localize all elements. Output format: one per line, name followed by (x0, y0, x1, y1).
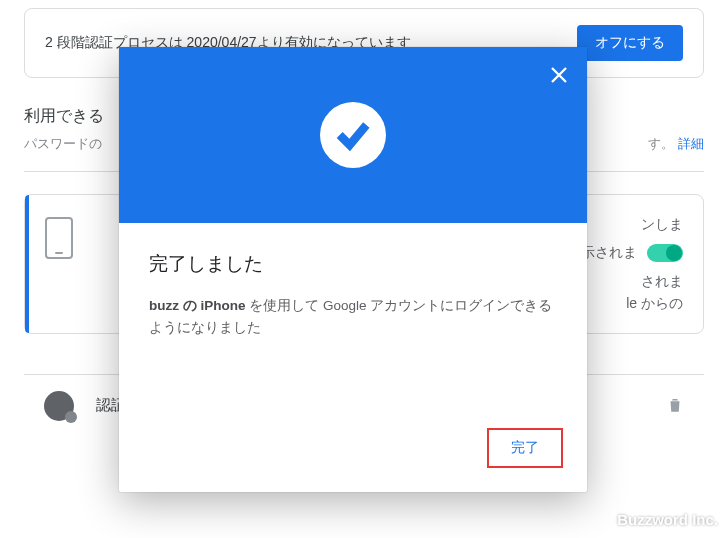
section-desc-suffix: す。 (648, 136, 674, 151)
modal-footer: 完了 (119, 428, 587, 492)
modal-body: 完了しました buzz の iPhone を使用して Google アカウントに… (119, 223, 587, 358)
done-button[interactable]: 完了 (487, 428, 563, 468)
phone-icon (45, 217, 73, 259)
checkmark-icon (320, 102, 386, 168)
details-link[interactable]: 詳細 (678, 136, 704, 151)
phone-prompt-toggle[interactable] (647, 244, 683, 262)
method-text-line2: 示されま (581, 241, 637, 263)
modal-description: buzz の iPhone を使用して Google アカウントにログインできる… (149, 295, 557, 338)
turn-off-button[interactable]: オフにする (577, 25, 683, 61)
modal-header (119, 47, 587, 223)
modal-device-name: buzz の iPhone (149, 298, 246, 313)
watermark: Buzzword Inc. (617, 511, 718, 528)
trash-icon[interactable] (666, 396, 684, 416)
completion-modal: 完了しました buzz の iPhone を使用して Google アカウントに… (119, 47, 587, 492)
authenticator-icon (44, 391, 74, 421)
close-icon[interactable] (545, 61, 573, 89)
section-desc-prefix: パスワードの (24, 136, 102, 151)
modal-title: 完了しました (149, 251, 557, 277)
